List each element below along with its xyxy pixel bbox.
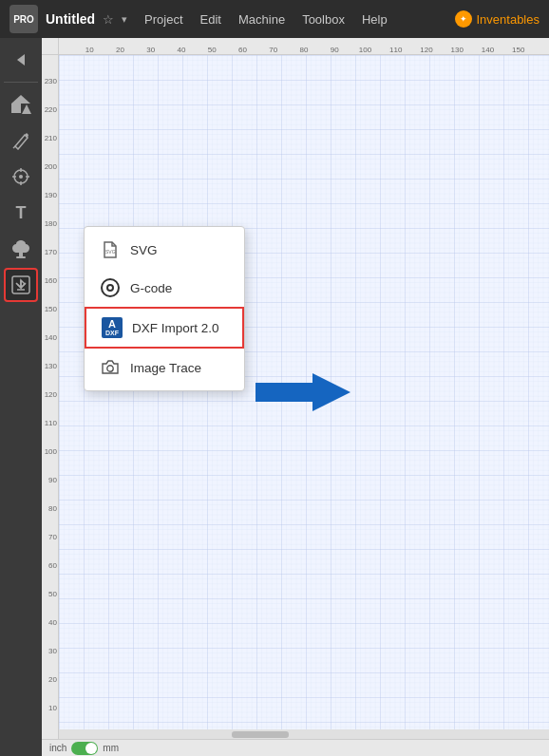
ruler-h-tick: 110: [389, 46, 402, 54]
dropdown-item-svg[interactable]: SVG SVG: [85, 231, 244, 269]
ruler-v-tick: 40: [48, 618, 57, 627]
svg-point-20: [107, 366, 113, 371]
arrow-icon: [256, 373, 350, 411]
ruler-v-tick: 210: [45, 134, 57, 142]
ruler-v-tick: 20: [48, 675, 57, 684]
text-tool-label: T: [16, 203, 27, 223]
sidebar-collapse[interactable]: [4, 43, 38, 77]
nav-project[interactable]: Project: [144, 12, 182, 27]
target-icon: [11, 167, 30, 186]
ruler-h-tick: 130: [451, 46, 464, 54]
import-dropdown: SVG SVG G-code A DXF: [84, 226, 245, 391]
ruler-h-tick: 140: [482, 46, 494, 54]
ruler-h-tick: 50: [208, 46, 217, 54]
sidebar-item-import[interactable]: [4, 268, 38, 302]
ruler-h-tick: 150: [512, 46, 524, 54]
ruler-h-tick: 20: [116, 46, 124, 54]
ruler-h-tick: 80: [300, 46, 309, 54]
sidebar-item-text[interactable]: T: [4, 196, 38, 230]
ruler-vertical: 2402302202102001901801701601501401301201…: [42, 38, 59, 739]
nav-toolbox[interactable]: Toolbox: [302, 12, 345, 27]
ruler-horizontal: 102030405060708090100110120130140150: [59, 38, 549, 55]
ruler-v-tick: 110: [45, 419, 57, 427]
app-title: Untitled: [46, 11, 95, 27]
gcode-icon: [100, 277, 121, 298]
ruler-v-tick: 170: [45, 248, 57, 256]
camera-icon: [100, 357, 121, 378]
ruler-v-tick: 200: [45, 162, 57, 171]
favorite-icon[interactable]: ☆: [103, 12, 114, 27]
unit-toggle[interactable]: inch mm: [49, 742, 119, 755]
svg-rect-12: [16, 256, 26, 258]
main-layout: T 102030405060708090100110120130: [0, 38, 549, 756]
ruler-v-tick: 60: [48, 561, 57, 570]
sidebar-item-pen[interactable]: [4, 123, 38, 158]
ruler-h-tick: 120: [420, 46, 432, 54]
ruler-v-tick: 160: [45, 276, 57, 285]
sidebar-divider-1: [4, 82, 37, 83]
ruler-h-tick: 30: [146, 46, 155, 54]
ruler-v-tick: 230: [45, 77, 57, 85]
ruler-h-tick: 90: [331, 46, 339, 54]
dropdown-item-gcode[interactable]: G-code: [85, 269, 244, 307]
dropdown-item-dxf[interactable]: A DXF DXF Import 2.0: [85, 307, 244, 349]
ruler-v-tick: 190: [45, 191, 57, 199]
svg-marker-3: [22, 104, 31, 114]
dxf-label: DXF Import 2.0: [132, 321, 219, 335]
ruler-v-tick: 80: [48, 504, 57, 513]
nav-machine[interactable]: Machine: [238, 12, 285, 27]
ruler-v-tick: 100: [45, 447, 57, 456]
collapse-icon: [13, 52, 28, 67]
ruler-v-tick: 180: [45, 219, 57, 228]
ruler-v-tick: 220: [45, 105, 57, 114]
scrollbar-horizontal[interactable]: [59, 729, 549, 739]
shapes-icon: [10, 94, 31, 115]
svg-point-6: [19, 175, 23, 179]
ruler-h-tick: 60: [238, 46, 247, 54]
unit-mm-label: mm: [103, 743, 119, 753]
sidebar: T: [0, 38, 42, 756]
svg-line-4: [13, 146, 15, 148]
bottom-bar: inch mm: [42, 739, 549, 756]
ruler-v-tick: 70: [48, 533, 57, 541]
ruler-v-tick: 30: [48, 647, 57, 655]
canvas-area[interactable]: 102030405060708090100110120130140150 240…: [42, 38, 549, 756]
ruler-v-tick: 140: [45, 333, 57, 342]
ruler-v-tick: 10: [48, 704, 57, 712]
nav-edit[interactable]: Edit: [200, 12, 221, 27]
ruler-v-tick: 90: [48, 476, 57, 484]
import-icon: [11, 275, 30, 294]
ruler-v-tick: 130: [45, 362, 57, 370]
svg-rect-11: [19, 253, 23, 256]
svg-file-icon: SVG: [100, 239, 121, 260]
svg-label: SVG: [130, 243, 158, 257]
ruler-v-tick: 50: [48, 590, 57, 598]
unit-switch[interactable]: [71, 742, 98, 755]
sidebar-item-apps[interactable]: [4, 232, 38, 266]
svg-text:SVG: SVG: [105, 249, 116, 255]
svg-marker-0: [17, 54, 25, 66]
nav-help[interactable]: Help: [362, 12, 388, 27]
pen-icon: [11, 131, 30, 150]
gcode-label: G-code: [130, 281, 172, 295]
ruler-h-tick: 10: [85, 46, 94, 54]
inventables-icon: ✦: [455, 10, 472, 28]
title-chevron-icon[interactable]: ▾: [122, 13, 127, 26]
inventables-brand: ✦ Inventables: [455, 10, 540, 28]
toggle-knob: [85, 743, 97, 754]
svg-marker-2: [11, 95, 30, 104]
app-logo: PRO: [9, 5, 38, 33]
inventables-label: Inventables: [477, 12, 540, 27]
image-trace-label: Image Trace: [130, 361, 201, 375]
sidebar-item-shapes[interactable]: [4, 87, 38, 122]
ruler-v-tick: 120: [45, 390, 57, 399]
apps-icon: [10, 238, 31, 259]
svg-marker-21: [256, 373, 350, 411]
unit-inch-label: inch: [49, 743, 66, 753]
sidebar-item-target[interactable]: [4, 160, 38, 194]
dxf-icon: A DXF: [102, 317, 123, 338]
arrow-annotation: [256, 373, 350, 415]
scroll-thumb-h[interactable]: [232, 731, 289, 738]
dropdown-item-image-trace[interactable]: Image Trace: [85, 349, 244, 387]
ruler-v-tick: 150: [45, 305, 57, 313]
